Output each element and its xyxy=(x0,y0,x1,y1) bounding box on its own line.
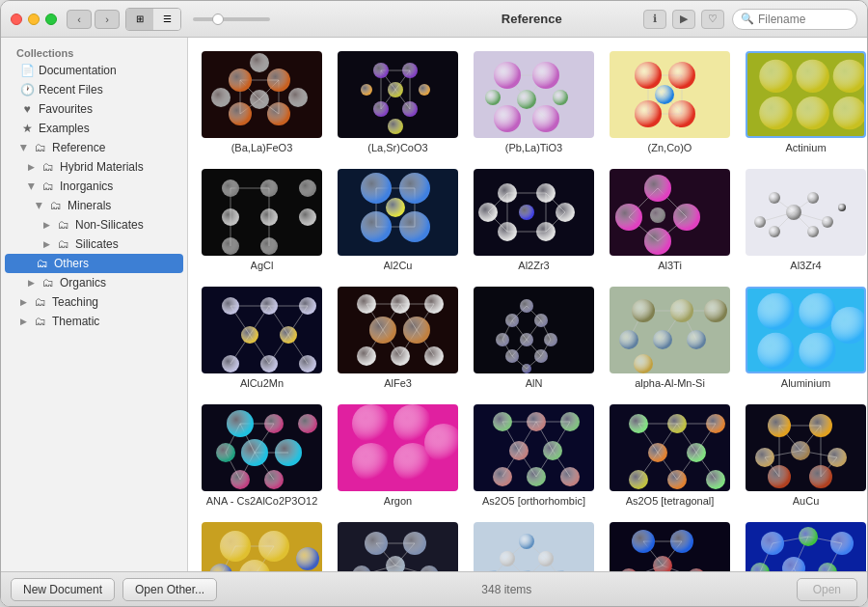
main-content: Collections 📄 Documentation 🕐 Recent Fil… xyxy=(1,38,867,571)
svg-point-35 xyxy=(494,62,521,89)
grid-item-label: (La,Sr)CoO3 xyxy=(367,142,427,153)
back-button[interactable]: ‹ xyxy=(67,10,92,29)
zoom-slider-thumb[interactable] xyxy=(212,14,224,25)
svg-point-304 xyxy=(538,551,554,566)
grid-item[interactable]: Actinium xyxy=(742,47,867,157)
search-icon: 🔍 xyxy=(741,13,754,25)
sidebar-item-reference[interactable]: ▶ 🗂 Reference xyxy=(5,138,183,157)
non-silicates-icon: 🗂 xyxy=(57,218,70,232)
sidebar-item-examples[interactable]: ★ Examples xyxy=(5,119,183,138)
svg-point-96 xyxy=(519,205,534,220)
svg-point-336 xyxy=(830,532,854,555)
main-window: ‹ › ⊞ ☰ Reference ℹ ▶ ♡ 🔍 Collections xyxy=(0,0,868,607)
new-document-button[interactable]: New Document xyxy=(11,578,115,601)
svg-point-318 xyxy=(670,530,693,553)
svg-point-55 xyxy=(759,60,792,93)
svg-point-104 xyxy=(673,204,700,231)
grid-item[interactable] xyxy=(742,518,867,571)
svg-point-60 xyxy=(833,97,864,129)
sidebar-item-others[interactable]: 🗂 Others xyxy=(5,254,183,273)
grid-item[interactable]: (Zn,Co)O xyxy=(606,47,734,157)
sidebar-item-inorganics[interactable]: ▶ 🗂 Inorganics xyxy=(5,177,183,196)
svg-point-66 xyxy=(222,179,239,197)
sidebar-item-label: Non-Silicates xyxy=(75,218,144,232)
sidebar-item-minerals[interactable]: ▶ 🗂 Minerals xyxy=(5,196,183,215)
grid-item[interactable]: ANA - Cs2AlCo2P3O12 xyxy=(198,400,326,510)
grid-item[interactable]: Aluminium xyxy=(742,283,867,393)
grid-item[interactable] xyxy=(334,518,462,571)
sidebar-item-label: Teaching xyxy=(52,295,98,309)
grid-item[interactable]: alpha-Al-Mn-Si xyxy=(606,283,734,393)
svg-point-213 xyxy=(352,443,391,482)
grid-item[interactable]: AuCu xyxy=(742,400,867,510)
search-box[interactable]: 🔍 xyxy=(732,9,857,30)
grid-item[interactable]: (Ba,La)FeO3 xyxy=(198,47,326,157)
grid-item-label: Actinium xyxy=(785,142,826,153)
grid-item[interactable]: As2O5 [orthorhombic] xyxy=(470,400,598,510)
list-view-button[interactable]: ☰ xyxy=(153,9,180,30)
grid-item[interactable]: Al2Zr3 xyxy=(470,165,598,275)
grid-item-label: (Pb,La)TiO3 xyxy=(505,142,563,153)
svg-point-150 xyxy=(391,294,410,314)
grid-item[interactable] xyxy=(606,518,734,571)
examples-icon: ★ xyxy=(20,122,34,135)
sidebar-item-silicates[interactable]: ▶ 🗂 Silicates xyxy=(5,235,183,254)
svg-point-171 xyxy=(534,314,548,327)
documentation-icon: 📄 xyxy=(20,64,34,77)
sidebar-item-label: Hybrid Materials xyxy=(60,160,144,174)
close-button[interactable] xyxy=(11,14,22,25)
grid-item[interactable]: Argon xyxy=(334,400,462,510)
sidebar-item-label: Inorganics xyxy=(60,179,113,193)
grid-item-label: (Ba,La)FeO3 xyxy=(231,142,293,153)
sidebar-item-non-silicates[interactable]: ▶ 🗂 Non-Silicates xyxy=(5,215,183,235)
sidebar-item-favourites[interactable]: ♥ Favourites xyxy=(5,99,183,119)
grid-item[interactable]: AlCu2Mn xyxy=(198,283,326,393)
grid-item[interactable]: Al2Cu xyxy=(334,165,462,275)
svg-point-151 xyxy=(424,294,444,314)
grid-item-label: Al3Zr4 xyxy=(790,260,821,271)
open-other-button[interactable]: Open Other... xyxy=(122,578,217,601)
minimize-button[interactable] xyxy=(28,14,40,25)
search-input[interactable] xyxy=(758,13,849,26)
open-button[interactable]: Open xyxy=(797,578,857,601)
grid-item-label: As2O5 [orthorhombic] xyxy=(482,495,585,507)
grid-item[interactable]: (La,Sr)CoO3 xyxy=(334,47,462,157)
sidebar-item-documentation[interactable]: 📄 Documentation xyxy=(5,61,183,80)
play-button[interactable]: ▶ xyxy=(672,10,695,29)
svg-point-194 xyxy=(799,333,835,370)
grid-item[interactable] xyxy=(470,518,598,571)
svg-point-233 xyxy=(560,467,580,486)
svg-point-338 xyxy=(782,557,805,571)
disclosure-icon: ▶ xyxy=(20,297,27,307)
grid-item[interactable] xyxy=(198,518,326,571)
grid-view-button[interactable]: ⊞ xyxy=(126,9,153,30)
grid-item[interactable]: (Pb,La)TiO3 xyxy=(470,47,598,157)
grid-item[interactable]: Al3Zr4 xyxy=(742,165,867,275)
svg-point-227 xyxy=(527,412,546,431)
svg-point-120 xyxy=(838,204,846,211)
grid-item[interactable]: AgCl xyxy=(198,165,326,275)
grid-item[interactable]: AlFe3 xyxy=(334,283,462,393)
sidebar-item-organics[interactable]: ▶ 🗂 Organics xyxy=(5,273,183,292)
svg-point-68 xyxy=(299,179,316,197)
disclosure-icon: ▶ xyxy=(43,220,50,230)
view-toggle: ⊞ ☰ xyxy=(125,8,181,31)
svg-point-154 xyxy=(357,346,376,366)
sidebar-item-teaching[interactable]: ▶ 🗂 Teaching xyxy=(5,292,183,312)
svg-point-245 xyxy=(667,414,687,433)
svg-point-185 xyxy=(704,299,727,322)
forward-button[interactable]: › xyxy=(95,10,120,29)
info-button[interactable]: ℹ xyxy=(643,10,666,29)
maximize-button[interactable] xyxy=(45,14,57,25)
svg-point-135 xyxy=(280,326,297,344)
svg-point-192 xyxy=(831,307,864,344)
svg-point-105 xyxy=(644,228,671,255)
grid-item[interactable]: AlN xyxy=(470,283,598,393)
heart-button[interactable]: ♡ xyxy=(701,10,724,29)
sidebar-item-hybrid-materials[interactable]: ▶ 🗂 Hybrid Materials xyxy=(5,157,183,177)
sidebar-item-recent-files[interactable]: 🕐 Recent Files xyxy=(5,80,183,99)
grid-item[interactable]: As2O5 [tetragonal] xyxy=(606,400,734,510)
sidebar-item-thematic[interactable]: ▶ 🗂 Thematic xyxy=(5,312,183,331)
grid-item[interactable]: Al3Ti xyxy=(606,165,734,275)
svg-point-191 xyxy=(799,293,835,330)
